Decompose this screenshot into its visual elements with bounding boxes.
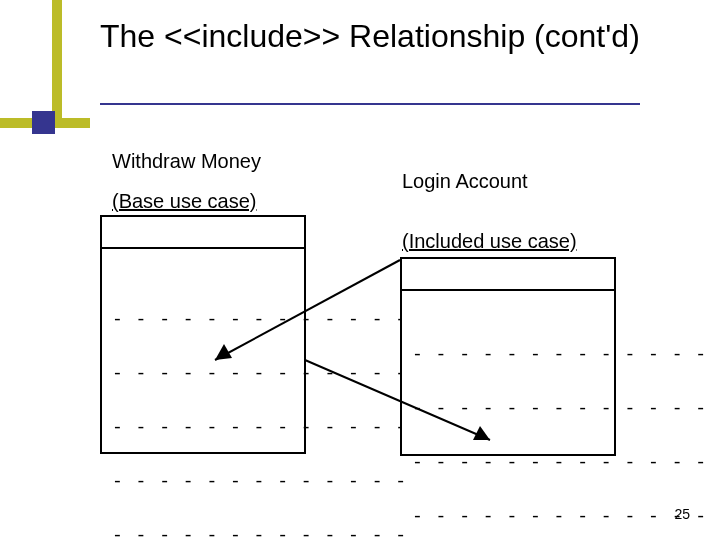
dash-row: - - - - - - - - - - - - - xyxy=(112,311,407,329)
slide-title: The <<include>> Relationship (cont'd) xyxy=(100,18,660,55)
dash-row: - - - - - - - - - - - - - xyxy=(412,346,707,364)
dash-row: - - - - - - - - - - - - - xyxy=(112,473,407,491)
dash-row: - - - - - - - - - - - - - xyxy=(412,400,707,418)
right-usecase-role: (Included use case) xyxy=(402,228,577,254)
left-box-divider xyxy=(102,247,304,249)
right-box-body: - - - - - - - - - - - - - - - - - - - - … xyxy=(412,310,707,540)
decor-bar-vertical xyxy=(52,0,62,128)
right-usecase-name: Login Account xyxy=(402,168,528,194)
dash-row: - - - - - - - - - - - - - xyxy=(112,419,407,437)
left-box-body: - - - - - - - - - - - - - - - - - - - - … xyxy=(112,275,407,540)
left-usecase-role: (Base use case) xyxy=(112,188,257,214)
title-underline xyxy=(100,103,640,105)
title-block: The <<include>> Relationship (cont'd) xyxy=(100,18,660,55)
right-box-divider xyxy=(402,289,614,291)
dash-row: - - - - - - - - - - - - - xyxy=(112,365,407,383)
dash-row: - - - - - - - - - - - - - xyxy=(412,454,707,472)
slide: The <<include>> Relationship (cont'd) Wi… xyxy=(0,0,720,540)
decor-square xyxy=(32,111,55,134)
page-number: 25 xyxy=(674,506,690,522)
dash-row: - - - - - - - - - - - - - xyxy=(112,527,407,540)
dash-row: - - - - - - - - - - - - - xyxy=(412,508,707,526)
left-usecase-name: Withdraw Money xyxy=(112,148,261,174)
